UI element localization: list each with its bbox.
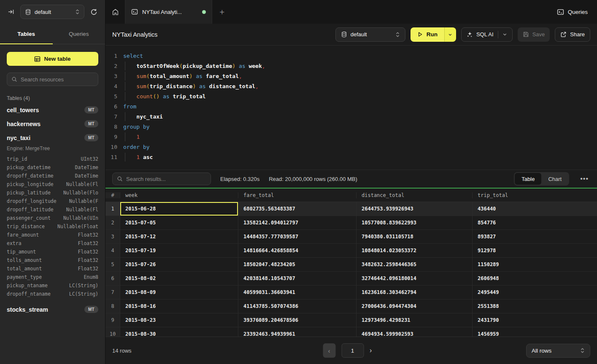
sql-code-line[interactable]: 3 sum(total_amount) as fare_total, [105,71,597,81]
cell-fare-total[interactable]: 6802735.563483387 [238,202,357,216]
table-column-row[interactable]: total_amount Float32 [7,264,98,273]
table-column-row[interactable]: pickup_ntaname LC(String) [7,281,98,290]
table-column-row[interactable]: payment_type Enum8 [7,273,98,281]
new-tab-button[interactable]: ＋ [212,0,232,24]
cell-week[interactable]: 2015-08-16 [120,299,238,313]
cell-week[interactable]: 2015-07-19 [120,244,238,257]
table-column-row[interactable]: dropoff_latitude Nullable(Fl [7,205,98,214]
table-column-row[interactable]: tip_amount Float32 [7,248,98,256]
cell-trip-total[interactable]: 854776 [473,216,597,229]
run-button[interactable]: Run [411,27,444,42]
sidebar-tab-queries[interactable]: Queries [53,24,105,44]
cell-distance-total[interactable]: 7940380.031105718 [357,230,473,243]
cell-week[interactable]: 2015-06-28 [120,202,238,216]
sql-code-line[interactable]: 11 1 asc [105,152,597,162]
table-column-row[interactable]: fare_amount Float32 [7,231,98,239]
cell-trip-total[interactable]: 2431790 [473,313,597,327]
table-column-row[interactable]: trip_id UInt32 [7,155,98,163]
run-options-button[interactable] [444,27,456,42]
database-selector[interactable]: default [20,5,84,19]
cell-trip-total[interactable]: 893827 [473,230,597,243]
table-row[interactable]: 5 2015-07-26 18502047.48234205 3482632.2… [105,258,597,272]
table-column-row[interactable]: pickup_latitude Nullable(Flo [7,189,98,197]
sql-code-line[interactable]: 7 nyc_taxi [105,111,597,121]
share-button[interactable]: Share [555,27,590,42]
cell-distance-total[interactable]: 2644753.939926943 [357,202,473,216]
refresh-button[interactable] [89,7,99,17]
sidebar-table-item[interactable]: stocks_stream MT [7,302,98,316]
table-column-row[interactable]: dropoff_ntaname LC(String) [7,290,98,298]
sql-code-line[interactable]: 8 group by [105,121,597,132]
table-column-row[interactable]: pickup_datetime DateTime [7,163,98,172]
cell-fare-total[interactable]: 14816664.426858854 [238,244,357,257]
cell-distance-total[interactable]: 32746442.096180014 [357,272,473,285]
sql-code-line[interactable]: 9 1 [105,132,597,142]
cell-fare-total[interactable]: 13582142.094012797 [238,216,357,229]
cell-trip-total[interactable]: 912978 [473,244,597,257]
table-column-row[interactable]: pickup_longitude Nullable(Fl [7,180,98,189]
cell-distance-total[interactable]: 4694934.599902593 [357,327,473,337]
sql-code-line[interactable]: 4 sum(trip_distance) as distance_total, [105,81,597,91]
cell-fare-total[interactable]: 23392463.94939961 [238,327,357,337]
tab-nytaxi-analytics[interactable]: NYTaxi Analyti... [125,0,212,24]
cell-distance-total[interactable]: 10577008.839622993 [357,216,473,229]
sidebar-table-item[interactable]: nyc_taxi MT [7,131,98,145]
column-header-week[interactable]: week [120,192,238,198]
sidebar-search[interactable] [7,73,98,86]
table-row[interactable]: 3 2015-07-12 14484357.777039587 7940380.… [105,230,597,244]
sidebar-table-item[interactable]: cell_towers MT [7,103,98,117]
table-column-row[interactable]: tolls_amount Float32 [7,256,98,264]
sql-code-line[interactable]: 6 from [105,101,597,111]
home-button[interactable] [105,0,125,24]
cell-trip-total[interactable]: 436440 [473,202,597,216]
page-size-selector[interactable]: All rows [526,344,590,358]
table-column-row[interactable]: passenger_count Nullable(UIn [7,214,98,222]
table-column-row[interactable]: extra Float32 [7,239,98,248]
cell-distance-total[interactable]: 10848014.023053372 [357,244,473,257]
save-button[interactable]: Save [518,27,550,42]
cell-distance-total[interactable]: 12973496.4298231 [357,313,473,327]
table-column-row[interactable]: dropoff_longitude Nullable(F [7,197,98,205]
cell-trip-total[interactable]: 2606948 [473,272,597,285]
cell-distance-total[interactable]: 16236168.303462794 [357,286,473,299]
query-database-selector[interactable]: default [335,27,405,42]
view-tab-table[interactable]: Table [515,173,541,185]
table-row[interactable]: 2 2015-07-05 13582142.094012797 10577008… [105,216,597,230]
results-search[interactable] [112,173,211,185]
cell-trip-total[interactable]: 2551388 [473,299,597,313]
new-table-button[interactable]: New table [7,52,98,66]
chevron-down-icon[interactable] [502,32,507,37]
sql-ai-button[interactable]: SQL AI [461,27,513,42]
table-row[interactable]: 4 2015-07-19 14816664.426858854 10848014… [105,244,597,258]
sql-editor[interactable]: 1 select 2 toStartOfWeek(pickup_datetime… [105,46,597,170]
column-header-distance-total[interactable]: distance_total [357,192,473,198]
cell-week[interactable]: 2015-08-09 [120,286,238,299]
sidebar-tab-tables[interactable]: Tables [0,24,53,44]
table-row[interactable]: 1 2015-06-28 6802735.563483387 2644753.9… [105,202,597,216]
table-row[interactable]: 9 2015-08-23 39376089.204678506 12973496… [105,313,597,327]
cell-fare-total[interactable]: 42038148.10543707 [238,272,357,285]
sql-code-line[interactable]: 1 select [105,51,597,61]
cell-fare-total[interactable]: 40599031.36603941 [238,286,357,299]
cell-trip-total[interactable]: 2495449 [473,286,597,299]
table-row[interactable]: 8 2015-08-16 41143785.507074386 27006436… [105,299,597,313]
view-tab-chart[interactable]: Chart [541,173,568,185]
cell-distance-total[interactable]: 27006436.094474304 [357,299,473,313]
column-header-trip-total[interactable]: trip_total [473,192,597,198]
cell-trip-total[interactable]: 1456959 [473,327,597,337]
cell-week[interactable]: 2015-08-02 [120,272,238,285]
collapse-sidebar-button[interactable] [6,7,16,17]
table-row[interactable]: 10 2015-08-30 23392463.94939961 4694934.… [105,327,597,337]
cell-fare-total[interactable]: 41143785.507074386 [238,299,357,313]
cell-week[interactable]: 2015-07-26 [120,258,238,271]
sql-code-line[interactable]: 5 count() as trip_total [105,91,597,101]
table-row[interactable]: 6 2015-08-02 42038148.10543707 32746442.… [105,272,597,286]
next-page-button[interactable]: › [370,347,372,354]
cell-week[interactable]: 2015-08-30 [120,327,238,337]
cell-distance-total[interactable]: 3482632.2598446365 [357,258,473,271]
column-header-fare-total[interactable]: fare_total [238,192,357,198]
previous-page-button[interactable]: ‹ [323,343,335,358]
cell-fare-total[interactable]: 18502047.48234205 [238,258,357,271]
sql-code-line[interactable]: 2 toStartOfWeek(pickup_datetime) as week… [105,61,597,71]
cell-week[interactable]: 2015-08-23 [120,313,238,327]
